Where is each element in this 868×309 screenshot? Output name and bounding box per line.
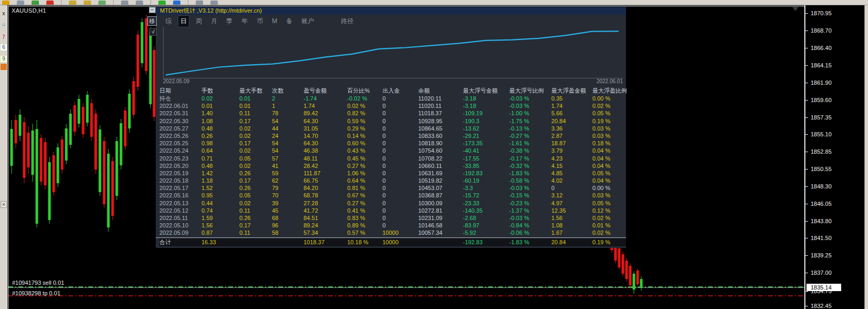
cell: 2 — [272, 95, 304, 102]
cell: 44 — [272, 125, 304, 132]
cell: 0.64 % — [347, 177, 382, 184]
cell: 0 — [382, 170, 418, 177]
cell: 58 — [272, 229, 304, 236]
cell: 54 — [272, 117, 304, 125]
cell: 10146.58 — [418, 222, 463, 229]
cell: -1.83 % — [509, 170, 551, 177]
menu-item-路径[interactable]: 路径 — [339, 16, 356, 27]
menu-item-月[interactable]: 月 — [209, 16, 219, 27]
dock-close-icon[interactable]: × — [1, 201, 7, 208]
market-watch-fragment: 9 — [1, 56, 7, 62]
cell: 79 — [272, 184, 304, 192]
cell: 2022.06.01 — [159, 102, 201, 109]
table-row: 2022.05.230.710.055748.110.45 %010708.22… — [159, 155, 626, 162]
table-row: 2022.05.311.400.117889.420.82 %011018.37… — [159, 109, 626, 117]
zoom-in-icon[interactable] — [69, 1, 76, 5]
cell: 11018.37 — [418, 109, 463, 117]
cell: 1.52 — [201, 184, 239, 192]
cell: 27.28 — [304, 200, 347, 207]
cell: 0.01 — [239, 102, 272, 109]
cell: -2.68 — [463, 214, 509, 222]
cell: 1.56 — [551, 214, 592, 222]
menu-item-综[interactable]: 综 — [163, 16, 174, 27]
cell: 1.74 — [551, 102, 592, 109]
panel-move-button[interactable]: 移 — [147, 16, 157, 26]
menu-item-账户[interactable]: 账户 — [299, 16, 316, 27]
cell: 39 — [272, 200, 304, 207]
cell: 70 — [272, 192, 304, 199]
close-icon[interactable]: x — [1, 11, 7, 17]
price-axis[interactable]: 1870.951868.701866.401864.151861.901859.… — [804, 5, 864, 309]
minimize-button[interactable]: − — [149, 7, 156, 13]
table-row: 2022.05.191.420.2659111.871.06 %010631.6… — [159, 170, 626, 177]
menu-item-日[interactable]: 日 — [178, 16, 189, 27]
cell: -1.61 % — [509, 139, 551, 147]
cell: -3.18 — [463, 95, 509, 102]
price-tick: 1850.55 — [805, 166, 864, 172]
cell: 0.04 % — [592, 177, 627, 184]
new-order-icon[interactable] — [2, 1, 9, 5]
cell: 2.87 — [551, 132, 592, 139]
cell: 0.17 — [239, 222, 272, 229]
price-tick: 1857.35 — [805, 114, 864, 121]
cell: -1.37 % — [509, 207, 551, 214]
timeframe-icon[interactable] — [196, 1, 203, 5]
cursor-icon[interactable] — [136, 1, 143, 5]
equity-start-date: 2022.05.09 — [163, 78, 189, 85]
zoom-out-icon[interactable] — [84, 1, 91, 5]
market-watch-fragment: ⌂ — [1, 21, 7, 27]
cell: -190.3 — [463, 117, 509, 125]
navigator-icon[interactable] — [32, 1, 39, 5]
menu-item-年[interactable]: 年 — [239, 16, 250, 27]
cell: 2022.05.16 — [159, 192, 201, 199]
cell: 0.27 % — [347, 200, 382, 207]
cell: -5.92 — [463, 229, 509, 236]
cell: 4.85 — [551, 170, 592, 177]
menu-item-币[interactable]: 币 — [255, 16, 265, 27]
menu-item-季[interactable]: 季 — [224, 16, 235, 27]
templates-icon[interactable] — [210, 1, 218, 5]
terminal-icon[interactable] — [46, 1, 54, 5]
table-row: 2022.05.200.480.024128.420.27 %010660.11… — [159, 162, 626, 170]
cell: 0 — [382, 222, 418, 229]
panel-check-button[interactable]: √ — [149, 28, 157, 36]
window-right-edge — [864, 5, 868, 309]
cell: 0.18 % — [592, 139, 627, 147]
menu-item-周[interactable]: 周 — [194, 16, 204, 27]
menu-item-备[interactable]: 备 — [284, 16, 295, 27]
charts-icon[interactable] — [17, 1, 24, 5]
cell: 0.02 — [201, 95, 239, 102]
cell: 0.00 % — [592, 184, 627, 192]
cell: -1.75 % — [509, 117, 551, 125]
cell: 0 — [382, 125, 418, 132]
cell: 0.05 — [239, 192, 272, 199]
autotrading-icon[interactable] — [173, 1, 180, 5]
cell: -83.97 — [463, 222, 509, 229]
mtdriver-panel: MTDriver统计 ,V3.12 (http://mtdriver.cn) 综… — [156, 7, 626, 248]
cell: -33.85 — [463, 162, 509, 170]
price-tick: 1861.90 — [805, 79, 864, 86]
cell: 10272.81 — [418, 207, 463, 214]
cell: -3.18 — [463, 102, 509, 109]
tile-windows-icon[interactable] — [98, 1, 106, 5]
cell: 68.78 — [304, 192, 347, 199]
cell: -192.83 — [463, 238, 509, 246]
cell: 0.03 % — [592, 125, 627, 132]
price-tick: 1859.60 — [805, 97, 864, 103]
cell: 0.29 % — [347, 125, 382, 132]
menu-item-M[interactable]: M — [270, 16, 279, 26]
cell: 百分比% — [347, 86, 382, 95]
chart-shift-marker-icon[interactable] — [792, 7, 799, 11]
cell: 41 — [272, 162, 304, 170]
crosshair-icon[interactable] — [121, 1, 128, 5]
cell: -0.06 % — [509, 229, 551, 236]
price-tick: 1839.25 — [805, 252, 864, 258]
cell: 0.04 % — [592, 155, 627, 162]
indicators-add-icon[interactable] — [158, 1, 166, 5]
cell: 0.04 % — [592, 162, 627, 170]
toolbar-separator — [188, 0, 188, 5]
cell: 0.71 — [201, 155, 239, 162]
cell: 0.19 % — [592, 117, 627, 125]
cell: 0.27 % — [347, 162, 382, 170]
cell: 1.42 — [201, 170, 239, 177]
